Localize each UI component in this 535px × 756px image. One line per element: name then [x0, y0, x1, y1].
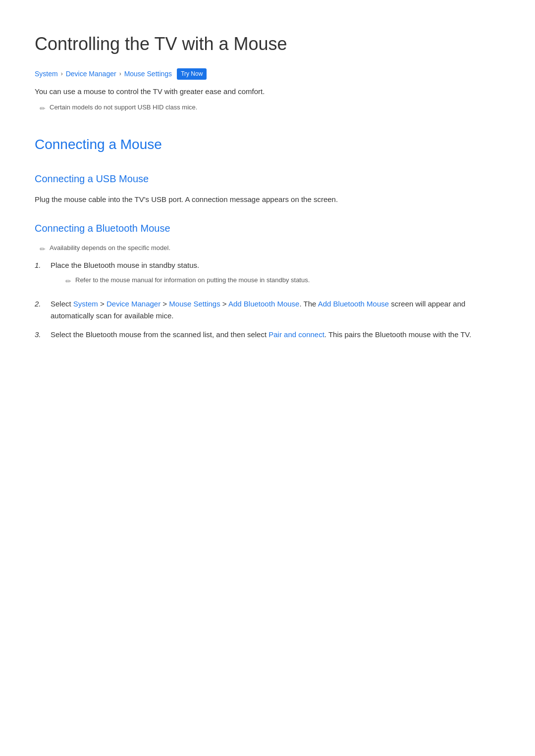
step-2-system-link[interactable]: System [73, 300, 98, 308]
page-title: Controlling the TV with a Mouse [35, 30, 500, 58]
step-2-number: 2. [35, 298, 45, 310]
pencil-icon-3: ✏ [65, 276, 71, 287]
step-2-mouse-settings-link[interactable]: Mouse Settings [169, 300, 220, 308]
step-2-content: Select System > Device Manager > Mouse S… [51, 298, 500, 322]
step-2: 2. Select System > Device Manager > Mous… [35, 298, 500, 322]
step-1: 1. Place the Bluetooth mouse in standby … [35, 259, 500, 291]
breadcrumb-system[interactable]: System [35, 68, 58, 79]
section-connecting-mouse: Connecting a Mouse [35, 134, 500, 156]
bluetooth-steps: 1. Place the Bluetooth mouse in standby … [35, 259, 500, 340]
step-1-subnote: ✏ Refer to the mouse manual for informat… [65, 275, 500, 287]
note-usb-hid: ✏ Certain models do not support USB HID … [40, 102, 500, 114]
step-1-text: Place the Bluetooth mouse in standby sta… [51, 261, 199, 269]
breadcrumb: System › Device Manager › Mouse Settings… [35, 68, 500, 80]
try-now-badge[interactable]: Try Now [177, 68, 207, 80]
note-availability-text: Availability depends on the specific mod… [50, 243, 170, 253]
step-2-add-bluetooth-link[interactable]: Add Bluetooth Mouse [228, 300, 299, 308]
breadcrumb-mouse-settings[interactable]: Mouse Settings [124, 68, 172, 79]
step-2-sep2: > [160, 300, 169, 308]
step-2-mid: . The [299, 300, 318, 308]
note-availability: ✏ Availability depends on the specific m… [40, 243, 500, 254]
step-2-sep1: > [98, 300, 107, 308]
breadcrumb-sep1: › [61, 69, 63, 79]
pencil-icon: ✏ [40, 103, 46, 114]
step-2-sep3: > [220, 300, 228, 308]
subsection-bluetooth-mouse: Connecting a Bluetooth Mouse [35, 220, 500, 236]
step-3-number: 3. [35, 329, 45, 341]
step-1-content: Place the Bluetooth mouse in standby sta… [51, 259, 500, 291]
step-1-subnote-text: Refer to the mouse manual for informatio… [75, 275, 310, 286]
breadcrumb-device-manager[interactable]: Device Manager [66, 68, 116, 79]
usb-mouse-body: Plug the mouse cable into the TV's USB p… [35, 194, 500, 205]
step-3-pre: Select the Bluetooth mouse from the scan… [51, 330, 268, 339]
subsection-usb-mouse: Connecting a USB Mouse [35, 171, 500, 187]
pencil-icon-2: ✏ [40, 244, 46, 254]
intro-text: You can use a mouse to control the TV wi… [35, 86, 500, 98]
step-3-post: . This pairs the Bluetooth mouse with th… [324, 330, 472, 339]
step-1-number: 1. [35, 259, 45, 271]
step-2-add-bluetooth-link2[interactable]: Add Bluetooth Mouse [318, 300, 389, 308]
step-2-pre: Select [51, 300, 73, 308]
note-usb-hid-text: Certain models do not support USB HID cl… [50, 102, 197, 113]
step-3: 3. Select the Bluetooth mouse from the s… [35, 329, 500, 341]
step-3-pair-connect-link[interactable]: Pair and connect [268, 330, 324, 339]
step-3-content: Select the Bluetooth mouse from the scan… [51, 329, 500, 341]
step-2-device-manager-link[interactable]: Device Manager [107, 300, 160, 308]
breadcrumb-sep2: › [119, 69, 121, 79]
